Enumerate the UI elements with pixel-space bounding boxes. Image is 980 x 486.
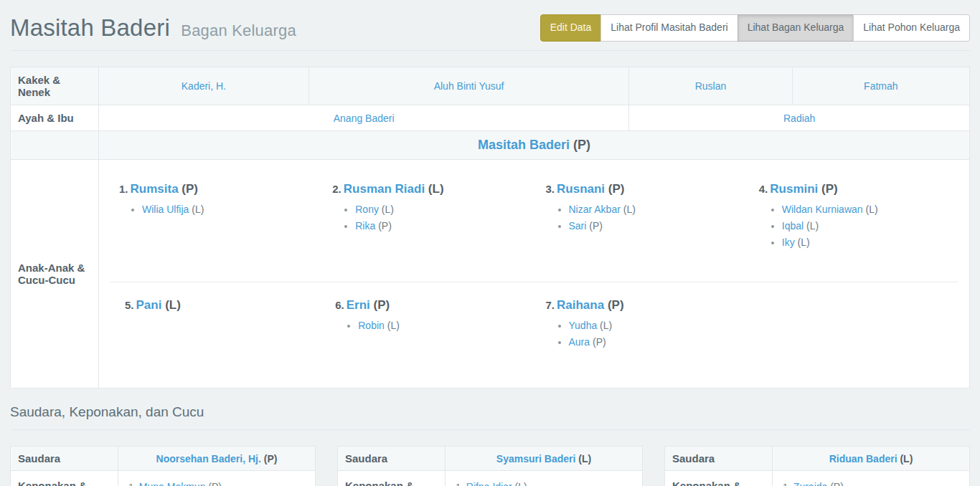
person-cell: Masitah Baderi (P) — [99, 131, 970, 160]
nephew-list: 1.Zuraida (P)Andika Nugraha Rahman (L) — [778, 481, 963, 486]
grandchild-item: Iqbal (L) — [782, 220, 952, 232]
page-header: Masitah Baderi Bagan Keluarga Edit DataL… — [10, 0, 970, 51]
child-title: 6.Erni (P) — [335, 298, 525, 313]
siblings-section-heading: Saudara, Keponakan, dan Cucu — [10, 389, 970, 430]
grandparent-cell: Kaderi, H. — [99, 67, 309, 105]
grandchild-name-link[interactable]: Aura — [569, 336, 590, 348]
grandchild-gender: (L) — [189, 204, 204, 215]
child-name-link[interactable]: Rusman Riadi — [344, 182, 425, 196]
child-number: 2. — [332, 183, 341, 195]
page-subtitle: Bagan Keluarga — [181, 22, 296, 39]
child-gender: (P) — [605, 182, 624, 196]
grandchild-name-link[interactable]: Wilia Ulfija — [142, 204, 189, 215]
row-label-children: Anak-Anak & Cucu-Cucu — [11, 160, 99, 389]
row-label-sibling: Saudara — [338, 447, 446, 471]
child-item: 4.Rusmini (P)Wildan Kurniawan (L)Iqbal (… — [748, 172, 961, 282]
grandchildren-list: Rony (L)Rika (P) — [332, 204, 525, 232]
child-title: 5.Pani (L) — [125, 298, 315, 313]
sibling-name-row: SaudaraRiduan Baderi (L) — [665, 447, 970, 471]
grandchild-gender: (L) — [804, 220, 819, 232]
child-item: 2.Rusman Riadi (L)Rony (L)Rika (P) — [321, 172, 534, 282]
grandchild-name-link[interactable]: Rony — [355, 204, 379, 215]
child-gender: (P) — [818, 182, 837, 196]
child-number: 1. — [119, 183, 128, 195]
child-gender: (L) — [161, 298, 180, 312]
grandparent-link[interactable]: Ruslan — [695, 80, 727, 92]
nephews-row: Keponakan & Cucu-Cucu1.Rifna Idiar (L)Sa… — [338, 471, 643, 486]
sibling-name-link[interactable]: Noorsehan Baderi, Hj. — [156, 453, 261, 464]
child-number: 7. — [546, 299, 555, 311]
grandchild-gender: (L) — [385, 320, 400, 331]
row-label-nephews: Keponakan & Cucu-Cucu — [11, 471, 118, 486]
grandparent-cell: Fatmah — [792, 67, 969, 105]
mother-link[interactable]: Radiah — [783, 113, 815, 124]
nephews-cell: 1.Muna Makmun (P)Nafies Luthfi (L) — [118, 471, 316, 486]
nephew-number: 1. — [128, 482, 136, 486]
grandparents-row: Kakek & Nenek Kaderi, H. Aluh Binti Yusu… — [11, 67, 970, 105]
toolbar-button-lihat-pohon-keluarga[interactable]: Lihat Pohon Keluarga — [853, 14, 970, 42]
child-name-link[interactable]: Erni — [347, 298, 370, 312]
grandchild-name-link[interactable]: Yudha — [569, 320, 598, 331]
page: Masitah Baderi Bagan Keluarga Edit DataL… — [0, 0, 980, 486]
sibling-table: SaudaraRiduan Baderi (L)Keponakan & Cucu… — [664, 446, 970, 486]
toolbar: Edit DataLihat Profil Masitah BaderiLiha… — [540, 14, 970, 42]
sibling-name-row: SaudaraNoorsehan Baderi, Hj. (P) — [11, 447, 316, 471]
children-row: 5.Pani (L)6.Erni (P)Robin (L)7.Raihana (… — [110, 282, 958, 381]
nephews-row: Keponakan & Cucu-Cucu1.Muna Makmun (P)Na… — [11, 471, 316, 486]
sibling-name-link[interactable]: Syamsuri Baderi — [496, 453, 576, 464]
children-rows: 1.Rumsita (P)Wilia Ulfija (L)2.Rusman Ri… — [105, 166, 963, 381]
person-row: Masitah Baderi (P) — [11, 131, 970, 160]
grandchild-name-link[interactable]: Robin — [358, 320, 385, 331]
toolbar-button-edit-data[interactable]: Edit Data — [540, 14, 602, 42]
grandchild-name-link[interactable]: Nizar Akbar — [569, 204, 621, 215]
person-name-link[interactable]: Masitah Baderi — [478, 138, 570, 152]
sibling-name-cell: Syamsuri Baderi (L) — [446, 447, 643, 471]
child-item: 1.Rumsita (P)Wilia Ulfija (L) — [108, 172, 321, 282]
nephews-cell: 1.Rifna Idiar (L)Sari Mardiah (P) — [446, 471, 643, 486]
grandchildren-list: Nizar Akbar (L)Sari (P) — [546, 204, 739, 232]
child-gender: (P) — [179, 182, 198, 196]
grandparent-link[interactable]: Fatmah — [864, 80, 897, 92]
toolbar-button-lihat-profil[interactable]: Lihat Profil Masitah Baderi — [600, 14, 738, 42]
grandchild-name-link[interactable]: Wildan Kurniawan — [782, 204, 863, 215]
child-name-link[interactable]: Rusnani — [557, 182, 605, 196]
grandchild-item: Wildan Kurniawan (L) — [782, 204, 952, 215]
grandparent-link[interactable]: Aluh Binti Yusuf — [434, 80, 504, 92]
child-name-link[interactable]: Rumsita — [131, 182, 179, 196]
child-name-link[interactable]: Rusmini — [770, 182, 818, 196]
father-link[interactable]: Anang Baderi — [334, 113, 395, 124]
child-item: 6.Erni (P)Robin (L) — [324, 288, 534, 381]
grandchild-gender: (P) — [590, 336, 606, 348]
grandchild-name-link[interactable]: Iqbal — [782, 220, 804, 232]
nephew-name-link[interactable]: Zuraida — [793, 481, 827, 486]
grandparent-cell: Ruslan — [629, 67, 792, 105]
child-number: 5. — [125, 299, 134, 311]
grandchild-name-link[interactable]: Sari — [569, 220, 587, 232]
grandchild-name-link[interactable]: Rika — [355, 220, 375, 232]
child-title: 1.Rumsita (P) — [119, 182, 312, 196]
grandchild-item: Aura (P) — [569, 336, 736, 348]
grandchild-name-link[interactable]: Iky — [782, 237, 795, 248]
sibling-name-link[interactable]: Riduan Baderi — [829, 453, 897, 464]
grandchild-gender: (L) — [795, 237, 810, 248]
grandparent-link[interactable]: Kaderi, H. — [182, 80, 226, 92]
row-label-nephews: Keponakan & Cucu-Cucu — [338, 471, 446, 486]
child-title: 7.Raihana (P) — [546, 298, 736, 313]
toolbar-button-lihat-bagan-keluarga[interactable]: Lihat Bagan Keluarga — [738, 14, 854, 42]
person-gender: (P) — [573, 138, 590, 152]
child-number: 3. — [546, 183, 555, 195]
row-label-grandparents: Kakek & Nenek — [11, 67, 99, 105]
grandchild-gender: (L) — [379, 204, 394, 215]
child-name-link[interactable]: Pani — [136, 298, 162, 312]
child-number: 6. — [335, 299, 344, 311]
grandchild-gender: (P) — [375, 220, 392, 232]
grandchild-item: Nizar Akbar (L) — [569, 204, 739, 215]
nephew-name-link[interactable]: Muna Makmun — [139, 481, 206, 486]
nephew-name-link[interactable]: Rifna Idiar — [466, 481, 512, 486]
sibling-gender: (P) — [261, 453, 278, 464]
page-title: Masitah Baderi — [10, 14, 170, 41]
child-name-link[interactable]: Raihana — [557, 298, 604, 312]
grandchildren-list: Robin (L) — [335, 320, 525, 331]
nephew-gender: (P) — [205, 481, 222, 486]
child-title: 4.Rusmini (P) — [759, 182, 952, 196]
